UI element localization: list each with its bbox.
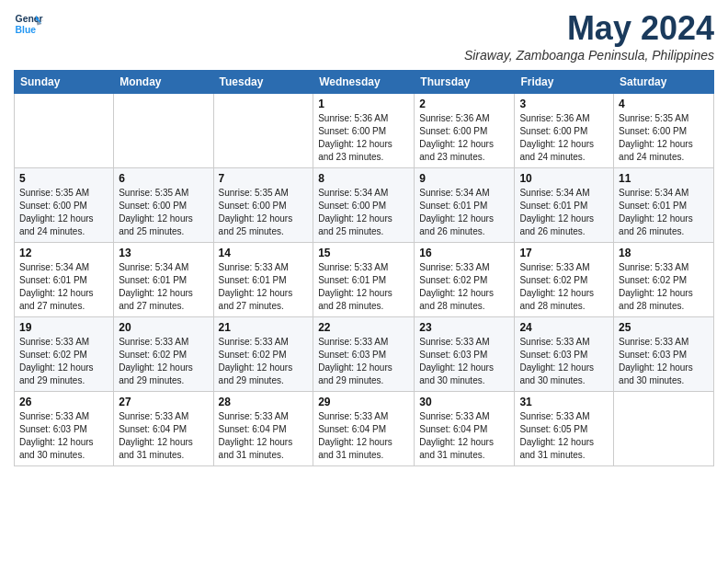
day-info-31: Sunrise: 5:33 AM Sunset: 6:05 PM Dayligh… [519, 410, 609, 462]
cell-w3-d4: 23Sunrise: 5:33 AM Sunset: 6:03 PM Dayli… [415, 317, 515, 392]
day-num-12: 12 [19, 247, 108, 259]
cell-w1-d0: 5Sunrise: 5:35 AM Sunset: 6:00 PM Daylig… [15, 168, 114, 243]
day-num-31: 31 [519, 396, 609, 408]
day-info-14: Sunrise: 5:33 AM Sunset: 6:01 PM Dayligh… [219, 261, 309, 313]
cell-w3-d3: 22Sunrise: 5:33 AM Sunset: 6:03 PM Dayli… [313, 317, 415, 392]
day-num-28: 28 [219, 396, 309, 408]
day-info-12: Sunrise: 5:34 AM Sunset: 6:01 PM Dayligh… [19, 261, 108, 313]
cell-w4-d0: 26Sunrise: 5:33 AM Sunset: 6:03 PM Dayli… [15, 392, 114, 466]
cell-w3-d6: 25Sunrise: 5:33 AM Sunset: 6:03 PM Dayli… [614, 317, 714, 392]
col-wednesday: Wednesday [313, 71, 415, 94]
day-num-14: 14 [219, 247, 309, 259]
week-row-1: 5Sunrise: 5:35 AM Sunset: 6:00 PM Daylig… [15, 168, 714, 243]
cell-w3-d5: 24Sunrise: 5:33 AM Sunset: 6:03 PM Dayli… [515, 317, 614, 392]
day-num-7: 7 [219, 172, 309, 185]
page: General Blue May 2024 Siraway, Zamboanga… [0, 0, 728, 476]
logo: General Blue [14, 9, 43, 39]
cell-w0-d3: 1Sunrise: 5:36 AM Sunset: 6:00 PM Daylig… [313, 94, 415, 168]
day-num-15: 15 [318, 247, 409, 259]
day-info-8: Sunrise: 5:34 AM Sunset: 6:00 PM Dayligh… [318, 187, 409, 238]
cell-w4-d3: 29Sunrise: 5:33 AM Sunset: 6:04 PM Dayli… [313, 392, 415, 466]
day-num-6: 6 [119, 172, 208, 185]
day-info-11: Sunrise: 5:34 AM Sunset: 6:01 PM Dayligh… [619, 187, 709, 238]
cell-w3-d0: 19Sunrise: 5:33 AM Sunset: 6:02 PM Dayli… [15, 317, 114, 392]
cell-w1-d1: 6Sunrise: 5:35 AM Sunset: 6:00 PM Daylig… [114, 168, 213, 243]
cell-w2-d3: 15Sunrise: 5:33 AM Sunset: 6:01 PM Dayli… [313, 243, 415, 317]
cell-w3-d2: 21Sunrise: 5:33 AM Sunset: 6:02 PM Dayli… [213, 317, 313, 392]
day-num-30: 30 [419, 396, 509, 408]
calendar-table: Sunday Monday Tuesday Wednesday Thursday… [14, 70, 714, 466]
day-info-13: Sunrise: 5:34 AM Sunset: 6:01 PM Dayligh… [119, 261, 208, 313]
day-num-9: 9 [419, 172, 509, 185]
day-num-13: 13 [119, 247, 208, 259]
day-info-15: Sunrise: 5:33 AM Sunset: 6:01 PM Dayligh… [318, 261, 409, 313]
col-thursday: Thursday [415, 71, 515, 94]
col-monday: Monday [114, 71, 213, 94]
cell-w2-d4: 16Sunrise: 5:33 AM Sunset: 6:02 PM Dayli… [415, 243, 515, 317]
day-num-3: 3 [519, 98, 609, 110]
cell-w1-d6: 11Sunrise: 5:34 AM Sunset: 6:01 PM Dayli… [614, 168, 714, 243]
svg-text:Blue: Blue [16, 25, 37, 35]
day-num-16: 16 [419, 247, 509, 259]
day-num-26: 26 [19, 396, 108, 408]
title-block: May 2024 Siraway, Zamboanga Peninsula, P… [464, 9, 714, 63]
cell-w2-d0: 12Sunrise: 5:34 AM Sunset: 6:01 PM Dayli… [15, 243, 114, 317]
cell-w4-d4: 30Sunrise: 5:33 AM Sunset: 6:04 PM Dayli… [415, 392, 515, 466]
col-sunday: Sunday [15, 71, 114, 94]
day-num-11: 11 [619, 172, 709, 185]
week-row-2: 12Sunrise: 5:34 AM Sunset: 6:01 PM Dayli… [15, 243, 714, 317]
day-info-23: Sunrise: 5:33 AM Sunset: 6:03 PM Dayligh… [419, 336, 509, 387]
cell-w1-d5: 10Sunrise: 5:34 AM Sunset: 6:01 PM Dayli… [515, 168, 614, 243]
cell-w0-d0 [15, 94, 114, 168]
day-info-2: Sunrise: 5:36 AM Sunset: 6:00 PM Dayligh… [419, 112, 509, 164]
day-num-18: 18 [619, 247, 709, 259]
cell-w0-d6: 4Sunrise: 5:35 AM Sunset: 6:00 PM Daylig… [614, 94, 714, 168]
cell-w4-d2: 28Sunrise: 5:33 AM Sunset: 6:04 PM Dayli… [213, 392, 313, 466]
day-info-20: Sunrise: 5:33 AM Sunset: 6:02 PM Dayligh… [119, 336, 208, 387]
day-num-24: 24 [519, 321, 609, 334]
cell-w2-d1: 13Sunrise: 5:34 AM Sunset: 6:01 PM Dayli… [114, 243, 213, 317]
location: Siraway, Zamboanga Peninsula, Philippine… [464, 48, 714, 63]
cell-w4-d1: 27Sunrise: 5:33 AM Sunset: 6:04 PM Dayli… [114, 392, 213, 466]
day-info-19: Sunrise: 5:33 AM Sunset: 6:02 PM Dayligh… [19, 336, 108, 387]
col-friday: Friday [515, 71, 614, 94]
calendar-header-row: Sunday Monday Tuesday Wednesday Thursday… [15, 71, 714, 94]
day-num-23: 23 [419, 321, 509, 334]
week-row-4: 26Sunrise: 5:33 AM Sunset: 6:03 PM Dayli… [15, 392, 714, 466]
cell-w1-d4: 9Sunrise: 5:34 AM Sunset: 6:01 PM Daylig… [415, 168, 515, 243]
day-num-20: 20 [119, 321, 208, 334]
cell-w4-d6 [614, 392, 714, 466]
header: General Blue May 2024 Siraway, Zamboanga… [14, 9, 714, 63]
day-info-3: Sunrise: 5:36 AM Sunset: 6:00 PM Dayligh… [519, 112, 609, 164]
day-info-17: Sunrise: 5:33 AM Sunset: 6:02 PM Dayligh… [519, 261, 609, 313]
day-num-4: 4 [619, 98, 709, 110]
day-info-18: Sunrise: 5:33 AM Sunset: 6:02 PM Dayligh… [619, 261, 709, 313]
col-tuesday: Tuesday [213, 71, 313, 94]
cell-w1-d3: 8Sunrise: 5:34 AM Sunset: 6:00 PM Daylig… [313, 168, 415, 243]
day-num-27: 27 [119, 396, 208, 408]
day-info-7: Sunrise: 5:35 AM Sunset: 6:00 PM Dayligh… [219, 187, 309, 238]
cell-w2-d6: 18Sunrise: 5:33 AM Sunset: 6:02 PM Dayli… [614, 243, 714, 317]
day-info-28: Sunrise: 5:33 AM Sunset: 6:04 PM Dayligh… [219, 410, 309, 462]
day-info-6: Sunrise: 5:35 AM Sunset: 6:00 PM Dayligh… [119, 187, 208, 238]
day-num-21: 21 [219, 321, 309, 334]
day-info-21: Sunrise: 5:33 AM Sunset: 6:02 PM Dayligh… [219, 336, 309, 387]
day-info-5: Sunrise: 5:35 AM Sunset: 6:00 PM Dayligh… [19, 187, 108, 238]
cell-w0-d1 [114, 94, 213, 168]
day-info-29: Sunrise: 5:33 AM Sunset: 6:04 PM Dayligh… [318, 410, 409, 462]
day-info-27: Sunrise: 5:33 AM Sunset: 6:04 PM Dayligh… [119, 410, 208, 462]
day-num-10: 10 [519, 172, 609, 185]
week-row-3: 19Sunrise: 5:33 AM Sunset: 6:02 PM Dayli… [15, 317, 714, 392]
day-num-25: 25 [619, 321, 709, 334]
day-info-24: Sunrise: 5:33 AM Sunset: 6:03 PM Dayligh… [519, 336, 609, 387]
day-info-22: Sunrise: 5:33 AM Sunset: 6:03 PM Dayligh… [318, 336, 409, 387]
week-row-0: 1Sunrise: 5:36 AM Sunset: 6:00 PM Daylig… [15, 94, 714, 168]
day-info-16: Sunrise: 5:33 AM Sunset: 6:02 PM Dayligh… [419, 261, 509, 313]
day-info-4: Sunrise: 5:35 AM Sunset: 6:00 PM Dayligh… [619, 112, 709, 164]
day-info-1: Sunrise: 5:36 AM Sunset: 6:00 PM Dayligh… [318, 112, 409, 164]
day-num-17: 17 [519, 247, 609, 259]
day-info-10: Sunrise: 5:34 AM Sunset: 6:01 PM Dayligh… [519, 187, 609, 238]
day-num-29: 29 [318, 396, 409, 408]
day-num-2: 2 [419, 98, 509, 110]
col-saturday: Saturday [614, 71, 714, 94]
